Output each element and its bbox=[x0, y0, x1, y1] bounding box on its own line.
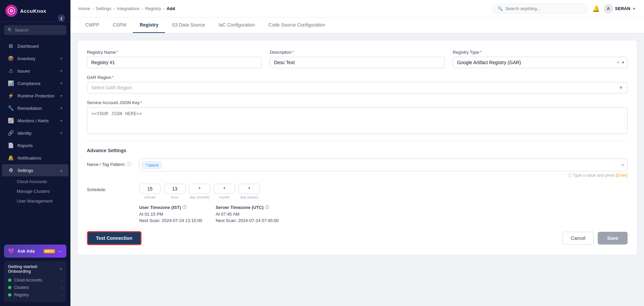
tag-item: *:latest bbox=[142, 162, 162, 169]
dashboard-icon: ⊞ bbox=[7, 43, 14, 49]
tab-s3-data-source[interactable]: S3 Data Source bbox=[165, 17, 212, 33]
onboarding-item-registry[interactable]: Registry › bbox=[8, 291, 62, 299]
sidebar-item-manage-clusters[interactable]: Manage Clusters bbox=[2, 186, 68, 196]
save-button[interactable]: Save bbox=[598, 232, 628, 245]
breadcrumb-home[interactable]: Home bbox=[78, 6, 90, 11]
tab-registry[interactable]: Registry bbox=[133, 17, 165, 33]
sidebar-item-issues[interactable]: ⚠ Issues ▼ bbox=[2, 65, 68, 77]
registry-name-input[interactable] bbox=[87, 57, 262, 68]
onboarding-close-button[interactable]: ✕ bbox=[59, 267, 62, 271]
chevron-right-icon: › bbox=[61, 286, 62, 290]
ask-ada-button[interactable]: 💜 Ask Ada BETA → bbox=[4, 245, 66, 258]
topbar: Home › Settings › Integrations › Registr… bbox=[70, 0, 644, 17]
gar-region-placeholder: Select GAR Region bbox=[91, 85, 132, 90]
tag-pattern-label: Name / Tag Pattern: ⓘ bbox=[87, 159, 134, 167]
service-account-label: Service Account JSON Key* bbox=[87, 100, 628, 105]
schedule-hour-label: hour bbox=[171, 195, 178, 199]
username: SERAN bbox=[615, 6, 631, 11]
tab-cspm[interactable]: CSPM bbox=[106, 17, 133, 33]
sidebar-collapse-button[interactable]: ❮ bbox=[58, 14, 65, 22]
tab-cwpp[interactable]: CWPP bbox=[78, 17, 106, 33]
user-menu[interactable]: A SERAN ▼ bbox=[604, 4, 636, 13]
sidebar-item-user-management[interactable]: User Management bbox=[2, 196, 68, 206]
breadcrumb-separator: › bbox=[113, 6, 115, 11]
gar-region-dropdown[interactable]: Select GAR Region ▼ bbox=[87, 82, 628, 93]
onboarding-item-label: Registry bbox=[14, 293, 59, 297]
test-connection-button[interactable]: Test Connection bbox=[87, 231, 142, 245]
search-input[interactable] bbox=[505, 6, 583, 11]
schedule-hour-input[interactable] bbox=[164, 184, 185, 194]
cloud-accounts-label: Cloud Accounts bbox=[17, 179, 47, 184]
sidebar-item-cloud-accounts[interactable]: Cloud Accounts bbox=[2, 177, 68, 186]
schedule-day-month-input[interactable] bbox=[189, 184, 210, 194]
form-row-gar-region: GAR Region* Select GAR Region ▼ bbox=[87, 75, 628, 93]
sidebar-search-bar[interactable]: 🔍 Search bbox=[4, 25, 66, 35]
breadcrumb-registry[interactable]: Registry bbox=[145, 6, 161, 11]
registry-form: Registry Name* Description* Registry Typ… bbox=[77, 40, 637, 255]
info-icon: ⓘ bbox=[568, 173, 572, 178]
description-input[interactable] bbox=[270, 57, 444, 68]
svg-point-2 bbox=[11, 10, 12, 11]
sidebar-item-dashboard[interactable]: ⊞ Dashboard bbox=[2, 40, 68, 52]
field-registry-type: Registry Type* Google Artifact Registry … bbox=[453, 50, 628, 68]
tab-iac-configuration[interactable]: IaC Configuration bbox=[212, 17, 262, 33]
issues-icon: ⚠ bbox=[7, 68, 14, 74]
identity-icon: 🔗 bbox=[7, 130, 14, 136]
tag-hint: ⓘ Type a value and press [Enter] bbox=[139, 173, 628, 178]
server-timezone-next-scan: Next Scan: 2024-07-24 07:45:00 bbox=[216, 218, 279, 223]
sidebar-item-identity[interactable]: 🔗 Identity ▼ bbox=[2, 127, 68, 139]
field-service-account: Service Account JSON Key* bbox=[87, 100, 628, 134]
topbar-search-bar[interactable]: 🔍 bbox=[493, 4, 587, 13]
info-icon[interactable]: ⓘ bbox=[265, 205, 269, 210]
onboarding-item-clusters[interactable]: Clusters › bbox=[8, 284, 62, 291]
schedule-minute-group: minute bbox=[139, 184, 161, 199]
onboarding-header: Getting started: Onboarding ✕ bbox=[8, 264, 62, 274]
breadcrumb-settings[interactable]: Settings bbox=[96, 6, 111, 11]
notifications-bell-icon[interactable]: 🔔 bbox=[592, 5, 600, 12]
breadcrumb-integrations[interactable]: Integrations bbox=[117, 6, 140, 11]
breadcrumb-separator: › bbox=[142, 6, 143, 11]
sidebar-item-reports[interactable]: 📄 Reports bbox=[2, 139, 68, 151]
registry-type-select-wrapper: Google Artifact Registry (GAR) ✕ ▼ bbox=[453, 57, 628, 68]
info-icon[interactable]: ⓘ bbox=[182, 205, 186, 210]
sidebar-item-label: Remediation bbox=[17, 106, 56, 111]
sidebar-item-inventory[interactable]: 📦 Inventory ▼ bbox=[2, 52, 68, 64]
info-icon[interactable]: ⓘ bbox=[127, 161, 131, 167]
search-icon: 🔍 bbox=[497, 6, 503, 11]
tag-input-field[interactable]: *:latest ✕ bbox=[139, 159, 628, 171]
registry-type-label: Registry Type* bbox=[453, 50, 628, 55]
tag-pattern-area: *:latest ✕ ⓘ Type a value and press [Ent… bbox=[139, 159, 628, 178]
chevron-right-icon: › bbox=[61, 293, 62, 297]
sidebar-item-settings[interactable]: ⚙ Settings ▲ bbox=[2, 164, 68, 176]
clear-icon[interactable]: ✕ bbox=[616, 60, 620, 65]
search-icon: 🔍 bbox=[7, 28, 13, 33]
form-row-service-account: Service Account JSON Key* bbox=[87, 100, 628, 134]
schedule-minute-input[interactable] bbox=[139, 184, 161, 194]
sidebar-item-remediation[interactable]: 🔧 Remediation ▼ bbox=[2, 102, 68, 114]
sidebar-item-label: Identity bbox=[17, 131, 56, 136]
registry-type-select[interactable]: Google Artifact Registry (GAR) bbox=[453, 57, 628, 68]
sidebar-item-runtime-protection[interactable]: ⚡ Runtime Protection ▼ bbox=[2, 90, 68, 102]
sidebar-item-monitors-alerts[interactable]: 📈 Monitors / Alerts ▼ bbox=[2, 115, 68, 127]
remediation-icon: 🔧 bbox=[7, 105, 14, 111]
tab-code-source-configuration[interactable]: Code Source Configuration bbox=[262, 17, 332, 33]
schedule-row: Schedule: minute hour day (m bbox=[87, 184, 628, 223]
breadcrumb-separator: › bbox=[92, 6, 94, 11]
status-dot-green bbox=[8, 286, 11, 289]
cancel-button[interactable]: Cancel bbox=[562, 232, 594, 245]
sidebar-item-compliance[interactable]: 📊 Compliance ▼ bbox=[2, 77, 68, 89]
schedule-day-week-input[interactable] bbox=[238, 184, 260, 194]
schedule-month-input[interactable] bbox=[214, 184, 235, 194]
logo-icon bbox=[5, 5, 17, 17]
ada-arrow-icon: → bbox=[58, 249, 62, 254]
advance-settings-title: Advance Settings bbox=[87, 148, 628, 153]
runtime-protection-icon: ⚡ bbox=[7, 93, 14, 99]
sidebar-item-label: Monitors / Alerts bbox=[17, 118, 56, 123]
sidebar-item-notifications[interactable]: 🔔 Notifications bbox=[2, 152, 68, 164]
chevron-down-icon: ▼ bbox=[60, 119, 63, 123]
gar-region-label: GAR Region* bbox=[87, 75, 628, 80]
sidebar-item-label: Runtime Protection bbox=[17, 93, 56, 98]
tag-clear-button[interactable]: ✕ bbox=[621, 163, 625, 168]
service-account-textarea[interactable] bbox=[87, 107, 628, 134]
onboarding-item-cloud-accounts[interactable]: Cloud Accounts › bbox=[8, 276, 62, 284]
